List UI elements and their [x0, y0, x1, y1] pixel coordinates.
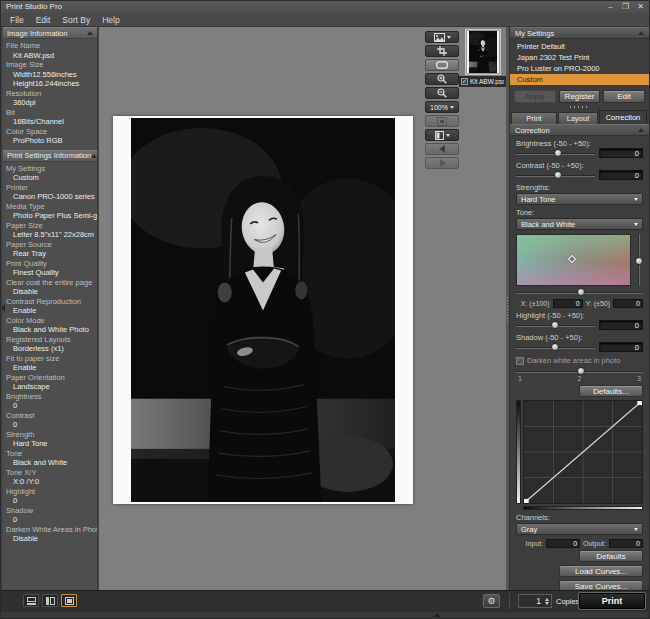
menu-file[interactable]: File — [5, 14, 29, 26]
collapse-left-panel-icon[interactable] — [1, 304, 5, 312]
collapse-icon[interactable] — [91, 154, 97, 158]
tone-color-picker[interactable] — [516, 234, 631, 286]
checkbox-checked-icon[interactable]: ✓ — [461, 78, 468, 85]
previous-image-button[interactable] — [425, 143, 459, 155]
my-settings-item-custom[interactable]: Custom — [510, 74, 649, 85]
tab-layout[interactable]: Layout — [558, 112, 598, 124]
highlight-value-field[interactable]: 0 — [599, 320, 643, 330]
field-value: Rear Tray — [6, 249, 97, 259]
darken-white-areas-checkbox[interactable]: ✓ — [516, 357, 524, 365]
my-settings-item-pro-luster-on-pro-2000[interactable]: Pro Luster on PRO-2000 — [510, 63, 649, 74]
tone-curve-editor[interactable] — [523, 400, 643, 504]
next-image-button[interactable] — [425, 157, 459, 169]
minimize-icon[interactable]: – — [605, 1, 616, 13]
crop-button[interactable] — [425, 45, 459, 57]
correction-header[interactable]: Correction — [510, 124, 649, 136]
menu-edit[interactable]: Edit — [31, 14, 56, 26]
my-settings-header[interactable]: My Settings — [510, 27, 649, 39]
load-curves-button[interactable]: Load Curves... — [559, 565, 643, 577]
my-settings-item-printer-default[interactable]: Printer Default — [510, 41, 649, 52]
shadow-value-field[interactable]: 0 — [599, 342, 643, 352]
collapse-icon[interactable] — [87, 31, 93, 35]
tab-print-settings[interactable]: Print Settings — [511, 112, 557, 124]
contrast-value-field[interactable]: 0 — [599, 170, 643, 180]
print-area-frame-button[interactable] — [425, 59, 459, 71]
field-label: Darken White Areas in Photo — [6, 525, 97, 535]
view-split-vertical-button[interactable] — [42, 594, 58, 607]
expand-up-icon[interactable] — [433, 613, 441, 617]
collapse-icon[interactable] — [638, 31, 644, 35]
close-icon[interactable]: ✕ — [635, 1, 646, 13]
tone-y-field[interactable]: 0 — [613, 299, 643, 308]
field-label: Clear coat the entire page — [6, 278, 97, 288]
field-value: 0 — [6, 496, 97, 506]
tick-label: 1 — [518, 375, 522, 383]
thumbnail-item[interactable] — [465, 29, 501, 75]
channels-value: Gray — [521, 525, 537, 534]
print-settings-information-fields: My SettingsCustomPrinterCanon PRO-1000 s… — [3, 162, 97, 548]
shadow-slider[interactable] — [516, 342, 595, 352]
tone-cursor-icon[interactable] — [568, 255, 576, 263]
zoom-level-select[interactable]: 100% — [425, 101, 459, 113]
tone-x-slider[interactable] — [516, 288, 643, 296]
curve-defaults-button[interactable]: Defaults — [579, 550, 643, 562]
field-value: Height16.244inches — [6, 79, 97, 89]
save-curves-button[interactable]: Save Curves... — [559, 580, 643, 590]
output-field[interactable]: 0 — [609, 539, 643, 548]
preview-canvas[interactable]: 100% ✓ — [99, 27, 506, 590]
menu-sort-by[interactable]: Sort By — [57, 14, 95, 26]
field-value: Landscape — [6, 382, 97, 392]
menu-help[interactable]: Help — [97, 14, 124, 26]
highlight-slider[interactable] — [516, 320, 595, 330]
print-settings-information-header[interactable]: Print Settings Information — [3, 150, 97, 162]
view-single-button[interactable] — [61, 594, 77, 607]
defaults-button[interactable]: Defaults... — [579, 385, 643, 397]
field-value: 0 — [6, 515, 97, 525]
tone-value: Black and White — [521, 220, 575, 229]
edit-button[interactable]: Edit — [603, 90, 645, 103]
correction-panel: Brightness (-50 - +50): 0 Contrast (-50 … — [510, 136, 649, 590]
collapse-icon[interactable] — [638, 128, 644, 132]
field-label: Bit — [6, 108, 97, 118]
my-settings-list: Printer DefaultJapan 2302 Test PrintPro … — [510, 39, 649, 87]
image-information-header[interactable]: Image Information — [3, 27, 97, 39]
gear-icon[interactable]: ⚙ — [483, 594, 500, 608]
channels-select[interactable]: Gray — [516, 523, 643, 535]
register-button[interactable]: Register — [559, 90, 601, 103]
copies-stepper[interactable]: 1 — [518, 594, 552, 608]
output-label: Output: — [583, 540, 606, 547]
tone-select[interactable]: Black and White — [516, 218, 643, 230]
darken-level-slider[interactable] — [516, 367, 643, 375]
fit-to-window-button[interactable] — [425, 115, 459, 127]
spin-down-icon[interactable] — [545, 602, 549, 605]
strengths-label: Strengths: — [516, 183, 643, 192]
tone-y-slider[interactable] — [634, 234, 643, 286]
spin-up-icon[interactable] — [545, 598, 549, 601]
brightness-value-field[interactable]: 0 — [599, 148, 643, 158]
title-bar[interactable]: Print Studio Pro – ❐ ✕ — [1, 1, 649, 13]
zoom-out-button[interactable] — [425, 87, 459, 99]
maximize-icon[interactable]: ❐ — [620, 1, 631, 13]
thumbnail-options-button[interactable] — [425, 31, 459, 43]
brightness-slider[interactable] — [516, 148, 595, 158]
print-button[interactable]: Print — [579, 593, 645, 609]
chevron-down-icon — [447, 36, 451, 39]
field-value: Enable — [6, 306, 97, 316]
tone-x-field[interactable]: 0 — [553, 299, 583, 308]
tab-correction[interactable]: Correction — [599, 110, 647, 124]
input-field[interactable]: 0 — [546, 539, 580, 548]
contrast-slider[interactable] — [516, 170, 595, 180]
strengths-select[interactable]: Hard Tone — [516, 193, 643, 205]
copies-label: Copies — [556, 597, 579, 606]
apply-button[interactable]: Apply — [514, 90, 556, 103]
view-mode-button[interactable] — [425, 129, 459, 141]
chevron-down-icon — [634, 198, 638, 201]
my-settings-item-japan-2302-test-print[interactable]: Japan 2302 Test Print — [510, 52, 649, 63]
bottom-collapse-strip[interactable] — [1, 611, 649, 618]
view-split-horizontal-button[interactable] — [23, 594, 39, 607]
splitter-grip — [507, 297, 508, 323]
field-label: Image Size — [6, 60, 97, 70]
tick-label: 3 — [637, 375, 641, 383]
zoom-in-button[interactable] — [425, 73, 459, 85]
thumbnail-label-row[interactable]: ✓ Kit ABW.psd — [459, 76, 506, 87]
